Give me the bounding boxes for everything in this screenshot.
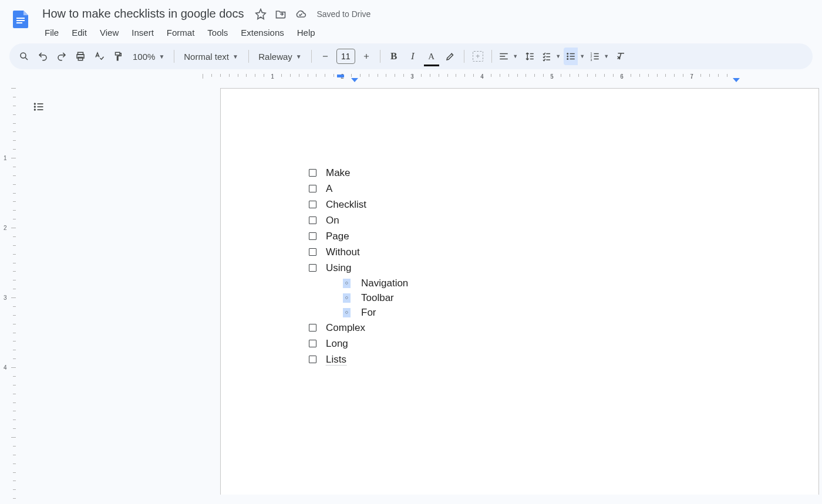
checklist-text[interactable]: Long <box>326 336 348 351</box>
checkbox-icon[interactable] <box>309 248 316 256</box>
print-icon[interactable] <box>72 48 89 65</box>
undo-icon[interactable] <box>34 48 52 65</box>
checklist-item[interactable]: Checklist <box>309 197 408 212</box>
increase-font-icon[interactable] <box>358 48 375 65</box>
spellcheck-icon[interactable] <box>90 48 108 65</box>
menu-format[interactable]: Format <box>161 25 201 40</box>
checklist-dropdown[interactable]: ▼ <box>540 48 562 65</box>
sub-bullet-text[interactable]: For <box>361 305 376 320</box>
menu-tools[interactable]: Tools <box>201 25 234 40</box>
sub-bullet-item[interactable]: ○Toolbar <box>343 290 408 305</box>
menu-insert[interactable]: Insert <box>126 25 160 40</box>
sub-bullet-item[interactable]: ○For <box>343 305 408 320</box>
cloud-saved-icon[interactable] <box>295 8 306 20</box>
svg-point-19 <box>34 109 36 110</box>
docs-logo[interactable] <box>9 5 33 33</box>
svg-rect-0 <box>16 18 25 19</box>
svg-point-8 <box>567 53 568 55</box>
sub-bullet-text[interactable]: Navigation <box>361 276 408 290</box>
saved-status: Saved to Drive <box>317 9 371 19</box>
font-size-input[interactable] <box>336 49 355 64</box>
clear-formatting-icon[interactable] <box>612 48 629 65</box>
bullet-icon: ○ <box>343 279 351 288</box>
checkbox-icon[interactable] <box>309 185 316 192</box>
bullet-icon: ○ <box>343 308 351 317</box>
checkbox-icon[interactable] <box>309 340 316 347</box>
checklist-item[interactable]: Complex <box>309 320 408 336</box>
sub-bullet-item[interactable]: ○Navigation <box>343 276 408 290</box>
checkbox-icon[interactable] <box>309 324 316 332</box>
search-icon[interactable] <box>15 48 33 65</box>
svg-rect-13 <box>570 59 574 60</box>
svg-rect-2 <box>16 22 22 23</box>
font-dropdown[interactable]: Raleway▼ <box>254 48 306 65</box>
svg-rect-7 <box>116 52 120 55</box>
sub-bullet-text[interactable]: Toolbar <box>361 290 394 305</box>
checklist-text[interactable]: Using <box>326 260 351 276</box>
checkbox-icon[interactable] <box>309 201 316 208</box>
line-spacing-icon[interactable] <box>521 48 538 65</box>
menu-help[interactable]: Help <box>291 25 321 40</box>
toolbar: 100%▼ Normal text▼ Raleway▼ B I A + ▼ ▼ … <box>9 43 813 69</box>
checklist-item[interactable]: Without <box>309 244 408 260</box>
svg-rect-11 <box>570 53 574 55</box>
paint-format-icon[interactable] <box>109 48 127 65</box>
checklist-item[interactable]: Using <box>309 260 408 276</box>
checklist-item[interactable]: Long <box>309 336 408 351</box>
checklist-text[interactable]: Complex <box>326 320 365 336</box>
decrease-font-icon[interactable] <box>316 48 334 65</box>
checkbox-icon[interactable] <box>309 356 316 363</box>
checkbox-icon[interactable] <box>309 232 316 240</box>
checklist-text[interactable]: Lists <box>326 351 346 367</box>
highlight-icon[interactable] <box>442 48 459 65</box>
align-dropdown[interactable]: ▼ <box>497 48 520 65</box>
bulleted-list-dropdown[interactable]: ▼ <box>564 48 587 65</box>
checkbox-icon[interactable] <box>309 264 316 272</box>
outline-toggle-icon[interactable] <box>31 99 47 115</box>
checklist-item[interactable]: Lists <box>309 351 408 367</box>
document-content[interactable]: MakeAChecklistOnPageWithoutUsing○Navigat… <box>309 165 408 367</box>
menu-file[interactable]: File <box>39 25 65 40</box>
checkbox-icon[interactable] <box>309 169 316 177</box>
svg-text:3: 3 <box>590 58 592 62</box>
checklist-text[interactable]: Checklist <box>326 197 366 212</box>
insert-image-icon[interactable]: + <box>469 48 487 65</box>
document-page[interactable]: MakeAChecklistOnPageWithoutUsing○Navigat… <box>220 88 819 495</box>
checklist-item[interactable]: A <box>309 181 408 197</box>
vertical-ruler[interactable]: 1234 <box>0 84 18 495</box>
redo-icon[interactable] <box>53 48 70 65</box>
numbered-list-dropdown[interactable]: 123 ▼ <box>588 48 611 65</box>
menu-edit[interactable]: Edit <box>66 25 93 40</box>
menu-extensions[interactable]: Extensions <box>235 25 289 40</box>
separator <box>380 50 380 63</box>
text-color-icon[interactable]: A <box>423 48 440 65</box>
checklist-item[interactable]: On <box>309 212 408 228</box>
italic-icon[interactable]: I <box>404 48 422 65</box>
checklist-item[interactable]: Make <box>309 165 408 181</box>
style-value: Normal text <box>184 52 229 62</box>
checklist-item[interactable]: Page <box>309 228 408 244</box>
svg-rect-1 <box>16 20 25 21</box>
separator <box>464 50 464 63</box>
document-title[interactable]: How to make checklists in google docs <box>39 6 248 22</box>
menubar: FileEditViewInsertFormatToolsExtensionsH… <box>39 23 813 43</box>
svg-rect-20 <box>38 103 43 104</box>
svg-point-3 <box>21 53 26 58</box>
font-value: Raleway <box>258 52 292 62</box>
checklist-text[interactable]: On <box>326 212 339 228</box>
zoom-dropdown[interactable]: 100%▼ <box>128 48 169 65</box>
checklist-text[interactable]: A <box>326 181 332 197</box>
menu-view[interactable]: View <box>94 25 124 40</box>
svg-rect-12 <box>570 56 574 57</box>
checkbox-icon[interactable] <box>309 217 316 224</box>
svg-point-18 <box>34 106 36 107</box>
bold-icon[interactable]: B <box>385 48 403 65</box>
checklist-text[interactable]: Page <box>326 228 349 244</box>
svg-point-9 <box>567 56 568 57</box>
move-icon[interactable] <box>275 8 287 20</box>
checklist-text[interactable]: Make <box>326 165 351 181</box>
horizontal-ruler[interactable]: 1234567 <box>18 74 822 84</box>
star-icon[interactable] <box>255 8 267 20</box>
paragraph-style-dropdown[interactable]: Normal text▼ <box>179 48 244 65</box>
checklist-text[interactable]: Without <box>326 244 360 260</box>
